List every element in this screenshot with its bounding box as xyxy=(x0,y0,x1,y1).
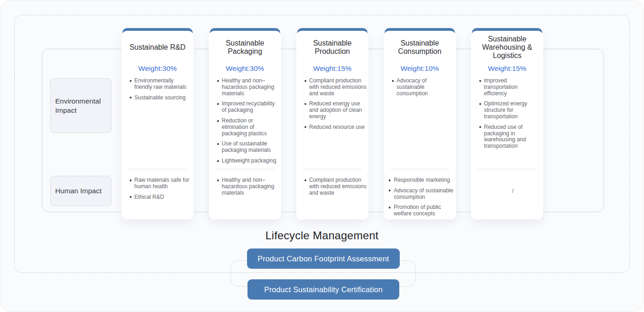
bullet-item: / xyxy=(484,188,542,195)
section-divider xyxy=(304,169,361,169)
human-impact-list: Healthy and non–hazardous packaging mate… xyxy=(209,177,281,217)
bullet-item: Improved transportation efficiency xyxy=(484,78,535,97)
row-label-human-impact: Human Impact xyxy=(50,176,111,206)
environmental-impact-list: Compliant production with reduced emissi… xyxy=(296,78,368,168)
card-weight: Weight:10% xyxy=(384,64,456,73)
bullet-item: Promotion of public welfare concepts xyxy=(394,204,455,217)
bullet-item: Reduced use of packaging in warehousing … xyxy=(484,124,535,150)
card-body: Sustainable Production Weight:15% Compli… xyxy=(296,31,368,220)
bullet-item: Responsible marketing xyxy=(394,177,455,184)
product-carbon-footprint-assessment-button[interactable]: Product Carbon Footprint Assessment xyxy=(247,248,400,269)
bullet-item: Healthy and non–hazardous packaging mate… xyxy=(222,78,280,97)
section-divider xyxy=(129,169,186,169)
lifecycle-management-title: Lifecycle Management xyxy=(0,229,644,242)
card-weight: Weight:30% xyxy=(209,64,281,73)
bullet-item: Improved recyclability of packaging xyxy=(222,101,280,114)
environmental-impact-list: Environmentally friendly raw materialsSu… xyxy=(121,78,194,168)
card-body: Sustainable Consumption Weight:10% Advoc… xyxy=(384,31,456,220)
bullet-item: Ethical R&D xyxy=(134,194,192,201)
card-body: Sustainable Packaging Weight:30% Healthy… xyxy=(209,31,281,220)
bullet-item: Compliant production with reduced emissi… xyxy=(309,78,367,97)
card-title: Sustainable Production xyxy=(298,35,367,60)
section-divider xyxy=(391,169,448,169)
bullet-item: Healthy and non–hazardous packaging mate… xyxy=(222,177,280,196)
sustainability-framework-diagram: Environmental Impact Human Impact Sustai… xyxy=(0,0,644,312)
card-sustainable-warehousing-logistics: Sustainable Warehousing & Logistics Weig… xyxy=(471,28,543,220)
card-sustainable-consumption: Sustainable Consumption Weight:10% Advoc… xyxy=(384,28,456,220)
card-weight: Weight:30% xyxy=(121,64,194,73)
card-title: Sustainable Consumption xyxy=(385,35,454,60)
bullet-item: Compliant production with reduced emissi… xyxy=(309,177,367,196)
card-title: Sustainable Warehousing & Logistics xyxy=(473,35,541,60)
environmental-impact-list: Advocacy of sustainable consumption xyxy=(384,78,456,168)
bullet-item: Raw materials safe for human health xyxy=(134,177,192,190)
card-sustainable-production: Sustainable Production Weight:15% Compli… xyxy=(296,28,368,220)
human-impact-list: / xyxy=(471,177,543,217)
bullet-item: Advocacy of sustainable consumption xyxy=(397,78,454,97)
section-divider xyxy=(216,169,274,169)
bullet-item: Optimized energy structure for transport… xyxy=(484,101,535,120)
bullet-item: Reduction or elimination of packaging pl… xyxy=(222,118,280,137)
environmental-impact-list: Healthy and non–hazardous packaging mate… xyxy=(209,78,281,168)
bullet-item: Lightweight packaging xyxy=(222,158,280,164)
bullet-item: Use of sustainable packaging materials xyxy=(222,141,280,154)
card-title: Sustainable R&D xyxy=(123,35,192,60)
product-sustainability-certification-button[interactable]: Product Sustainability Certification xyxy=(247,279,399,300)
bullet-item: Advocacy of sustainable consumption xyxy=(394,188,455,201)
card-sustainable-rd: Sustainable R&D Weight:30% Environmental… xyxy=(121,28,194,220)
human-impact-list: Compliant production with reduced emissi… xyxy=(296,177,368,217)
bullet-item: Reduced resource use xyxy=(309,124,367,131)
card-title: Sustainable Packaging xyxy=(211,35,279,60)
bullet-item: Environmentally friendly raw materials xyxy=(134,78,192,91)
bullet-item: Sustainable sourcing xyxy=(134,95,192,101)
human-impact-list: Responsible marketingAdvocacy of sustain… xyxy=(384,177,456,217)
human-impact-list: Raw materials safe for human healthEthic… xyxy=(121,177,194,217)
card-sustainable-packaging: Sustainable Packaging Weight:30% Healthy… xyxy=(209,28,281,220)
row-label-environmental-impact: Environmental Impact xyxy=(50,78,111,133)
environmental-impact-list: Improved transportation efficiencyOptimi… xyxy=(471,78,543,168)
card-weight: Weight:15% xyxy=(296,64,368,73)
card-body: Sustainable R&D Weight:30% Environmental… xyxy=(121,31,194,220)
card-weight: Weight:15% xyxy=(471,64,543,73)
card-body: Sustainable Warehousing & Logistics Weig… xyxy=(471,31,543,220)
bullet-item: Reduced energy use and adoption of clean… xyxy=(309,101,367,120)
section-divider xyxy=(478,169,536,169)
